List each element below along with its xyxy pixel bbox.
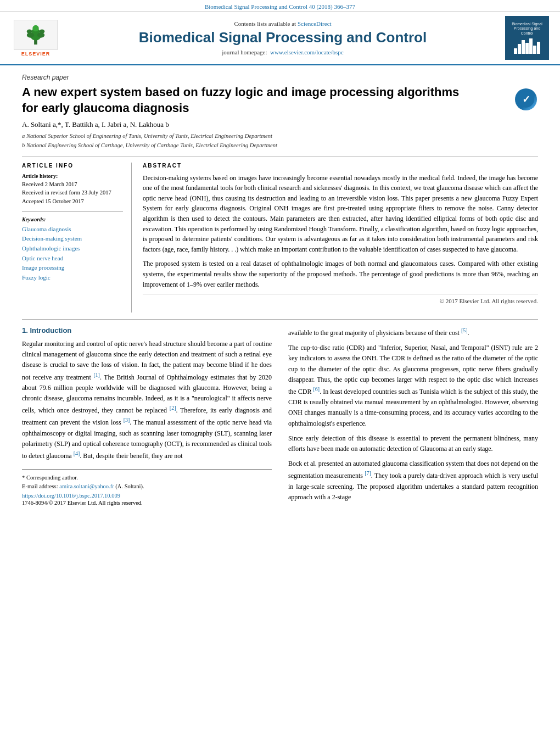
footnote-email: E-mail address: amira.soltani@yahoo.fr (… bbox=[22, 482, 272, 491]
ref-3[interactable]: [3] bbox=[124, 417, 130, 423]
doi-link[interactable]: https://doi.org/10.1016/j.bspc.2017.10.0… bbox=[22, 493, 120, 499]
section-divider bbox=[22, 319, 538, 320]
elsevier-logo-image bbox=[14, 20, 58, 50]
intro-right-para3: Since early detection of this disease is… bbox=[288, 433, 538, 454]
contents-line: Contents lists available at ScienceDirec… bbox=[66, 20, 500, 27]
abstract-paragraph-2: The proposed system is tested on a real … bbox=[143, 259, 538, 289]
chart-bar bbox=[529, 38, 533, 54]
affiliations: a National Superior School of Engineerin… bbox=[22, 132, 538, 149]
svg-point-3 bbox=[32, 25, 38, 31]
elsevier-brand-text: ELSEVIER bbox=[21, 51, 51, 57]
abstract-heading: ABSTRACT bbox=[143, 163, 538, 169]
body-right-col: available to the great majority of physi… bbox=[288, 326, 538, 507]
ref-6[interactable]: [6] bbox=[313, 386, 320, 392]
main-content: Research paper A new expert system based… bbox=[0, 65, 560, 515]
thumbnail-title: Biomedical Signal Processing and Control bbox=[507, 22, 547, 36]
received-date: Received 2 March 2017 bbox=[22, 180, 123, 189]
crossmark-svg: ✓ bbox=[517, 91, 535, 108]
chart-bar bbox=[533, 46, 536, 54]
chart-bar bbox=[525, 43, 529, 54]
affiliation-b: b National Engineering School of Carthag… bbox=[22, 142, 538, 150]
journal-center: Contents lists available at ScienceDirec… bbox=[66, 20, 500, 55]
history-label: Article history: bbox=[22, 172, 123, 180]
keyword-3[interactable]: Ophthalmologic images bbox=[22, 244, 123, 254]
intro-heading: 1. Introduction bbox=[22, 326, 272, 334]
chart-bar bbox=[537, 42, 540, 54]
ref-4[interactable]: [4] bbox=[74, 450, 80, 456]
authors-line: A. Soltani a,*, T. Battikh a, I. Jabri a… bbox=[22, 120, 538, 129]
article-type-label: Research paper bbox=[22, 74, 538, 81]
journal-thumbnail: Biomedical Signal Processing and Control bbox=[505, 16, 549, 60]
article-title-area: A new expert system based on fuzzy logic… bbox=[22, 85, 538, 116]
ref-5[interactable]: [5] bbox=[461, 327, 468, 333]
keyword-5[interactable]: Image processing bbox=[22, 263, 123, 273]
svg-point-7 bbox=[40, 29, 45, 34]
ref-2[interactable]: [2] bbox=[170, 405, 176, 411]
article-title: A new expert system based on fuzzy logic… bbox=[22, 85, 472, 116]
article-info-column: ARTICLE INFO Article history: Received 2… bbox=[22, 163, 132, 313]
page: Biomedical Signal Processing and Control… bbox=[0, 0, 560, 742]
footnote-email-link[interactable]: amira.soltani@yahoo.fr bbox=[59, 483, 114, 489]
keywords-section: Keywords: Glaucoma diagnosis Decision-ma… bbox=[22, 211, 123, 283]
chart-bar bbox=[514, 48, 517, 54]
abstract-paragraph-1: Decision-making systems based on images … bbox=[143, 173, 538, 255]
intro-right-para2: The cup-to-disc ratio (CDR) and "Inferio… bbox=[288, 343, 538, 429]
keywords-label: Keywords: bbox=[22, 216, 123, 222]
keyword-2[interactable]: Decision-making system bbox=[22, 234, 123, 244]
thumbnail-chart bbox=[514, 37, 540, 54]
crossmark-badge: ✓ bbox=[513, 87, 538, 111]
issn-line: 1746-8094/© 2017 Elsevier Ltd. All right… bbox=[22, 499, 272, 507]
ref-7[interactable]: [7] bbox=[365, 470, 371, 476]
keyword-1[interactable]: Glaucoma diagnosis bbox=[22, 225, 123, 235]
ref-1[interactable]: [1] bbox=[93, 372, 100, 378]
crossmark-icon: ✓ bbox=[515, 88, 537, 110]
body-left-col: 1. Introduction Regular monitoring and c… bbox=[22, 326, 272, 507]
affiliation-a: a National Superior School of Engineerin… bbox=[22, 132, 538, 141]
article-info-heading: ARTICLE INFO bbox=[22, 163, 123, 169]
chart-bar bbox=[518, 44, 521, 54]
copyright-line: © 2017 Elsevier Ltd. All rights reserved… bbox=[143, 294, 538, 304]
doi-line: https://doi.org/10.1016/j.bspc.2017.10.0… bbox=[22, 493, 272, 499]
homepage-line: journal homepage: www.elsevier.com/locat… bbox=[66, 49, 500, 55]
body-two-col: 1. Introduction Regular monitoring and c… bbox=[22, 326, 538, 507]
chart-bar bbox=[522, 40, 525, 54]
elsevier-logo-area: ELSEVIER bbox=[11, 20, 60, 57]
journal-top-bar: Biomedical Signal Processing and Control… bbox=[0, 0, 560, 12]
journal-title: Biomedical Signal Processing and Control bbox=[66, 29, 500, 46]
keyword-4[interactable]: Optic nerve head bbox=[22, 254, 123, 264]
footnote-area: * Corresponding author. E-mail address: … bbox=[22, 470, 272, 507]
elsevier-tree-icon bbox=[22, 24, 49, 46]
intro-right-text: available to the great majority of physi… bbox=[288, 326, 538, 338]
article-history: Article history: Received 2 March 2017 R… bbox=[22, 172, 123, 206]
info-abstract-section: ARTICLE INFO Article history: Received 2… bbox=[22, 157, 538, 313]
homepage-url[interactable]: www.elsevier.com/locate/bspc bbox=[270, 49, 344, 55]
journal-citation: Biomedical Signal Processing and Control… bbox=[205, 3, 355, 10]
footnote-star: * Corresponding author. bbox=[22, 473, 272, 482]
svg-text:✓: ✓ bbox=[522, 94, 530, 105]
svg-point-6 bbox=[27, 29, 32, 34]
revised-date: Received in revised form 23 July 2017 bbox=[22, 188, 123, 197]
accepted-date: Accepted 15 October 2017 bbox=[22, 197, 123, 206]
abstract-text: Decision-making systems based on images … bbox=[143, 173, 538, 290]
intro-left-text: Regular monitoring and control of optic … bbox=[22, 339, 272, 461]
journal-header: ELSEVIER Contents lists available at Sci… bbox=[0, 12, 560, 65]
abstract-column: ABSTRACT Decision-making systems based o… bbox=[143, 163, 538, 313]
keyword-6[interactable]: Fuzzy logic bbox=[22, 273, 123, 283]
sciencedirect-link[interactable]: ScienceDirect bbox=[298, 20, 332, 27]
intro-right-para4: Bock et al. presented an automated glauc… bbox=[288, 459, 538, 503]
